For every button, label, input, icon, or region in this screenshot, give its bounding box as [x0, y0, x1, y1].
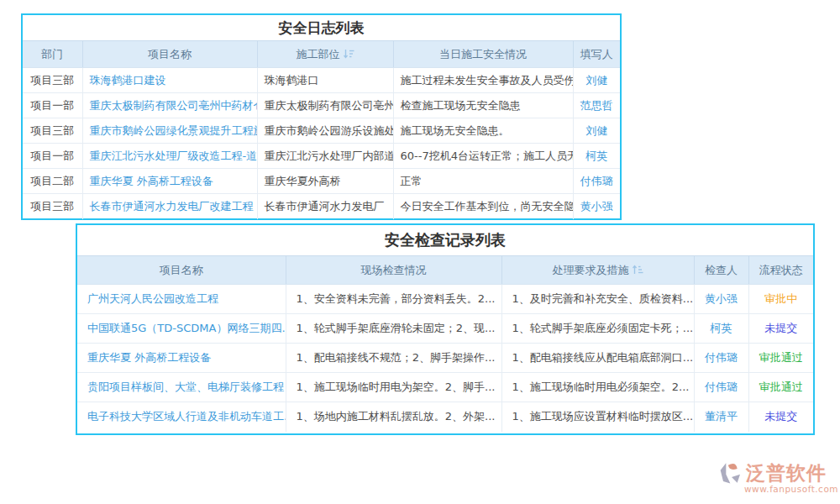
part-cell: 重庆江北污水处理厂内部道路 — [257, 144, 393, 169]
inspector-link[interactable]: 董清平 — [694, 402, 748, 432]
project-link[interactable]: 广州天河人民公园改造工程 — [77, 285, 286, 314]
col-header-dept: 部门 — [23, 41, 82, 68]
table-row: 重庆华夏 外高桥工程设备 1、配电箱接线不规范；2、脚手架操作... 1、配电箱… — [77, 344, 813, 373]
table-row: 广州天河人民公园改造工程 1、安全资料未完善，部分资料丢失。2... 1、及时完… — [77, 285, 813, 314]
inspector-link[interactable]: 柯英 — [694, 314, 748, 344]
project-link[interactable]: 贵阳项目样板间、大堂、电梯厅装修工程 — [77, 373, 286, 402]
table-row: 贵阳项目样板间、大堂、电梯厅装修工程 1、施工现场临时用电为架空。2、脚手...… — [77, 373, 813, 402]
col-header-status: 流程状态 — [748, 256, 813, 285]
check-cell: 1、场地内施工材料乱摆乱放。2、外架... — [286, 402, 501, 432]
measure-cell: 1、配电箱接线应从配电箱底部洞口... — [501, 344, 694, 373]
project-link[interactable]: 重庆江北污水处理厂级改造工程-道路... — [82, 144, 257, 169]
safety-inspection-table: 安全检查记录列表 项目名称 现场检查情况 处理要求及措施 检查人 流程状态 广州… — [76, 223, 815, 435]
dept-cell: 项目三部 — [23, 68, 82, 93]
check-cell: 1、施工现场临时用电为架空。2、脚手... — [286, 373, 501, 402]
col-header-check: 现场检查情况 — [286, 256, 501, 285]
situation-cell: 60--7挖机4台运转正常；施工人员无违... — [393, 144, 573, 169]
part-cell: 重庆市鹅岭公园游乐设施处 — [257, 118, 393, 144]
measure-cell: 1、及时完善和补充安全、质检资料... — [501, 285, 694, 314]
brand-url: www.fanpusoft.com — [719, 484, 832, 494]
safety-log-grid: 部门 项目名称 施工部位 当日施工安全情况 填写人 项目三部 珠海鹤港口建设 珠… — [23, 40, 620, 219]
dept-cell: 项目一部 — [23, 93, 82, 118]
project-link[interactable]: 珠海鹤港口建设 — [82, 68, 257, 93]
safety-log-table: 安全日志列表 部门 项目名称 施工部位 当日施工安全情况 填写人 项目三部 珠海… — [21, 13, 622, 220]
part-cell: 重庆太极制药有限公司亳州... — [257, 93, 393, 118]
dept-cell: 项目二部 — [23, 169, 82, 194]
inspector-link[interactable]: 黄小强 — [694, 285, 748, 314]
table-row: 项目三部 珠海鹤港口建设 珠海鹤港口 施工过程未发生安全事故及人员受伤情况 刘健 — [23, 68, 620, 93]
writer-link[interactable]: 范思哲 — [573, 93, 620, 118]
table-row: 中国联通5G（TD-SCDMA）网络三期四... 1、轮式脚手架底座滑轮未固定；… — [77, 314, 813, 344]
brand-name: 泛普软件 — [746, 462, 827, 484]
col-header-situation: 当日施工安全情况 — [393, 41, 573, 68]
status-badge: 未提交 — [748, 314, 813, 344]
table-row: 项目二部 重庆华夏 外高桥工程设备 重庆华夏外高桥 正常 付伟璐 — [23, 169, 620, 194]
part-cell: 珠海鹤港口 — [257, 68, 393, 93]
safety-inspection-grid: 项目名称 现场检查情况 处理要求及措施 检查人 流程状态 广州天河人民公园改造工… — [77, 255, 813, 432]
situation-cell: 正常 — [393, 169, 573, 194]
header-row: 部门 项目名称 施工部位 当日施工安全情况 填写人 — [23, 41, 620, 68]
col-header-part[interactable]: 施工部位 — [257, 41, 393, 68]
col-header-project: 项目名称 — [82, 41, 257, 68]
col-header-project: 项目名称 — [77, 256, 286, 285]
writer-link[interactable]: 黄小强 — [573, 194, 620, 219]
status-badge: 审批中 — [748, 285, 813, 314]
project-link[interactable]: 重庆市鹅岭公园绿化景观提升工程施工 — [82, 118, 257, 144]
table-row: 电子科技大学区域人行道及非机动车道工... 1、场地内施工材料乱摆乱放。2、外架… — [77, 402, 813, 432]
writer-link[interactable]: 柯英 — [573, 144, 620, 169]
project-link[interactable]: 重庆太极制药有限公司亳州中药材仓... — [82, 93, 257, 118]
project-link[interactable]: 长春市伊通河水力发电厂改建工程 — [82, 194, 257, 219]
check-cell: 1、安全资料未完善，部分资料丢失。2... — [286, 285, 501, 314]
check-cell: 1、配电箱接线不规范；2、脚手架操作... — [286, 344, 501, 373]
project-link[interactable]: 重庆华夏 外高桥工程设备 — [77, 344, 286, 373]
measure-cell: 1、施工现场应设置材料临时摆放区... — [501, 402, 694, 432]
col-header-inspector: 检查人 — [694, 256, 748, 285]
dept-cell: 项目一部 — [23, 144, 82, 169]
writer-link[interactable]: 付伟璐 — [573, 169, 620, 194]
table-row: 项目三部 长春市伊通河水力发电厂改建工程 长春市伊通河水力发电厂 今日安全工作基… — [23, 194, 620, 219]
inspector-link[interactable]: 付伟璐 — [694, 344, 748, 373]
situation-cell: 检查施工现场无安全隐患 — [393, 93, 573, 118]
table-row: 项目一部 重庆江北污水处理厂级改造工程-道路... 重庆江北污水处理厂内部道路 … — [23, 144, 620, 169]
sort-asc-icon[interactable] — [633, 265, 643, 275]
part-cell: 重庆华夏外高桥 — [257, 169, 393, 194]
writer-link[interactable]: 刘健 — [573, 68, 620, 93]
dept-cell: 项目三部 — [23, 118, 82, 144]
project-link[interactable]: 重庆华夏 外高桥工程设备 — [82, 169, 257, 194]
status-badge: 审批通过 — [748, 344, 813, 373]
status-badge: 未提交 — [748, 402, 813, 432]
measure-cell: 1、轮式脚手架底座必须固定卡死；... — [501, 314, 694, 344]
col-header-writer: 填写人 — [573, 41, 620, 68]
inspector-link[interactable]: 付伟璐 — [694, 373, 748, 402]
sort-desc-icon[interactable] — [344, 49, 354, 59]
header-row: 项目名称 现场检查情况 处理要求及措施 检查人 流程状态 — [77, 256, 813, 285]
col-header-measure[interactable]: 处理要求及措施 — [501, 256, 694, 285]
project-link[interactable]: 电子科技大学区域人行道及非机动车道工... — [77, 402, 286, 432]
table-row: 项目三部 重庆市鹅岭公园绿化景观提升工程施工 重庆市鹅岭公园游乐设施处 施工现场… — [23, 118, 620, 144]
status-badge: 审批通过 — [748, 373, 813, 402]
table-row: 项目一部 重庆太极制药有限公司亳州中药材仓... 重庆太极制药有限公司亳州...… — [23, 93, 620, 118]
part-cell: 长春市伊通河水力发电厂 — [257, 194, 393, 219]
situation-cell: 施工现场无安全隐患。 — [393, 118, 573, 144]
check-cell: 1、轮式脚手架底座滑轮未固定；2、现... — [286, 314, 501, 344]
project-link[interactable]: 中国联通5G（TD-SCDMA）网络三期四... — [77, 314, 286, 344]
fanpu-logo-icon — [719, 460, 744, 486]
situation-cell: 施工过程未发生安全事故及人员受伤情况 — [393, 68, 573, 93]
footer-brand: 泛普软件 www.fanpusoft.com — [719, 460, 832, 497]
situation-cell: 今日安全工作基本到位，尚无安全隐患... — [393, 194, 573, 219]
writer-link[interactable]: 刘健 — [573, 118, 620, 144]
safety-log-table-title: 安全日志列表 — [23, 15, 620, 40]
safety-inspection-table-title: 安全检查记录列表 — [77, 225, 813, 255]
measure-cell: 1、施工现场临时用电必须架空。2... — [501, 373, 694, 402]
dept-cell: 项目三部 — [23, 194, 82, 219]
